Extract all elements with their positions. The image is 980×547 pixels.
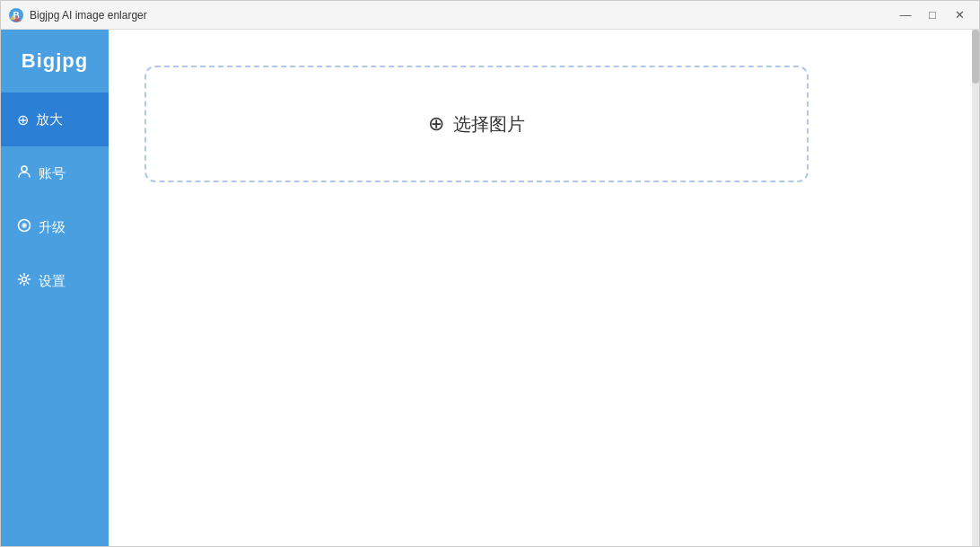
- settings-icon: [17, 272, 31, 290]
- sidebar-item-settings-label: 设置: [39, 273, 66, 290]
- svg-point-7: [23, 225, 26, 227]
- sidebar-item-account[interactable]: 账号: [1, 146, 109, 200]
- right-scrollbar-thumb[interactable]: [972, 30, 979, 84]
- right-scrollbar[interactable]: [972, 30, 979, 546]
- sidebar-item-enlarge-label: 放大: [36, 111, 63, 128]
- title-bar-title: Bigjpg AI image enlarger: [30, 9, 147, 22]
- title-bar-controls: — □ ✕: [893, 6, 972, 24]
- sidebar-item-account-label: 账号: [39, 165, 66, 182]
- svg-point-4: [22, 166, 27, 172]
- sidebar: Bigjpg ⊕ 放大 账号: [1, 30, 109, 546]
- upload-text: 选择图片: [453, 112, 525, 137]
- close-button[interactable]: ✕: [947, 6, 972, 24]
- account-icon: [17, 164, 31, 182]
- app-icon: B: [8, 7, 24, 23]
- upgrade-icon: [17, 218, 31, 236]
- maximize-button[interactable]: □: [920, 6, 945, 24]
- svg-point-8: [22, 278, 27, 282]
- title-bar: B Bigjpg AI image enlarger — □ ✕: [1, 1, 979, 30]
- sidebar-item-upgrade-label: 升级: [39, 219, 66, 236]
- minimize-button[interactable]: —: [893, 6, 918, 24]
- title-bar-left: B Bigjpg AI image enlarger: [8, 7, 147, 23]
- main-layout: Bigjpg ⊕ 放大 账号: [1, 30, 979, 546]
- upload-icon: ⊕: [428, 112, 444, 136]
- upload-area[interactable]: ⊕ 选择图片: [144, 66, 809, 182]
- sidebar-item-settings[interactable]: 设置: [1, 254, 109, 308]
- sidebar-brand: Bigjpg: [1, 30, 109, 93]
- content-area: ⊕ 选择图片: [109, 30, 972, 546]
- upload-content: ⊕ 选择图片: [428, 112, 525, 137]
- sidebar-item-upgrade[interactable]: 升级: [1, 200, 109, 254]
- sidebar-item-enlarge[interactable]: ⊕ 放大: [1, 93, 109, 146]
- app-window: B Bigjpg AI image enlarger — □ ✕ Bigjpg …: [0, 0, 980, 547]
- enlarge-icon: ⊕: [17, 111, 29, 128]
